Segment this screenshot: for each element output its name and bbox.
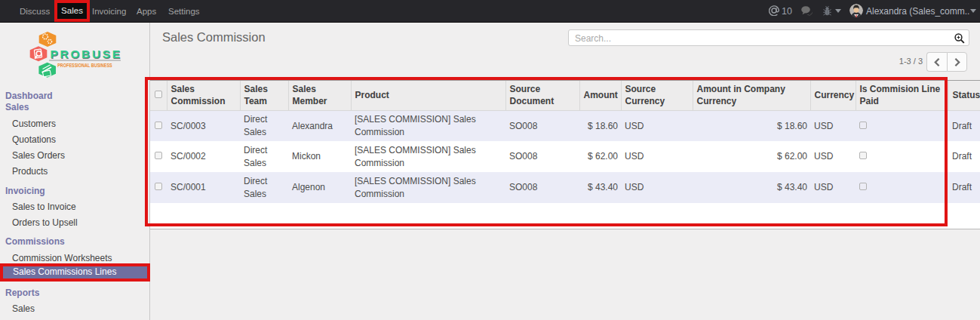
svg-text:PROBUSE: PROBUSE: [51, 48, 121, 60]
svg-text:PROFESSIONAL BUSINESS: PROFESSIONAL BUSINESS: [57, 62, 112, 69]
